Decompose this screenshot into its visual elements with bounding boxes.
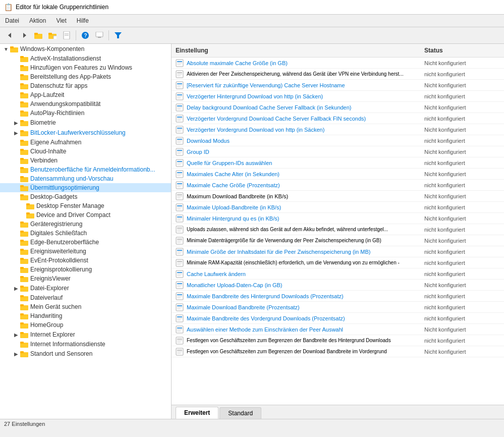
- tree-item-datensammlung[interactable]: Datensammlung und-Vorschau: [0, 174, 171, 183]
- tree-item-ereignis[interactable]: Ereignisweiterleitung: [0, 247, 171, 256]
- root-toggle[interactable]: ▼: [2, 45, 10, 53]
- menu-aktion[interactable]: Aktion: [24, 16, 51, 26]
- folder2-button[interactable]: [46, 29, 59, 41]
- tree-item-geraete[interactable]: Geräteregistrierung: [0, 220, 171, 229]
- row-label-20: Monatlicher Upload-Daten-Cap (in GB): [187, 282, 424, 288]
- col-status-header: Status: [424, 46, 500, 55]
- tree-item-ereignisviewer[interactable]: EreignisViewer: [0, 274, 171, 283]
- list-row-18[interactable]: Minimale RAM-Kapazität (einschließlich) …: [172, 257, 504, 268]
- list-row-6[interactable]: Verzögerter Vordergrund Download von htt…: [172, 124, 504, 135]
- filter-button[interactable]: [112, 29, 124, 41]
- list-row-5[interactable]: Verzögerter Vordergrund Download Cache S…: [172, 113, 504, 124]
- policy-icon-5: [176, 115, 184, 123]
- row-status-0: Nicht konfiguriert: [424, 60, 500, 66]
- folder-icon-dateiverlauf: [20, 294, 28, 301]
- tree-item-desktop-gadgets[interactable]: Desktop-Gadgets: [0, 192, 171, 201]
- toggle-standort[interactable]: ▶: [12, 350, 20, 358]
- back-button[interactable]: [4, 29, 16, 41]
- tree-item-internet-explorer[interactable]: ▶Internet Explorer: [0, 330, 171, 340]
- list-row-3[interactable]: Verzögerter Hintergrund Download von htt…: [172, 91, 504, 102]
- tree-label-dateiverlauf: Dateiverlauf: [30, 294, 63, 301]
- tree-item-autoplay[interactable]: AutoPlay-Richtlinien: [0, 108, 171, 118]
- tree-item-dateiverlauf[interactable]: Dateiverlauf: [0, 293, 171, 302]
- forward-button[interactable]: [18, 29, 30, 41]
- list-row-25[interactable]: Festlegen von Geschäftszeiten zum Begren…: [172, 335, 504, 346]
- list-row-21[interactable]: Maximale Bandbreite des Hintergrund Down…: [172, 291, 504, 302]
- tree-item-cloud[interactable]: Cloud-Inhalte: [0, 147, 171, 156]
- svg-rect-26: [20, 92, 24, 94]
- tree-item-standort[interactable]: ▶Standort und Sensoren: [0, 349, 171, 359]
- tree-item-bitlocker[interactable]: ▶BitLocker-Laufwerkverschlüsselung: [0, 128, 171, 138]
- tree-item-activex[interactable]: ActiveX-Installationsdienst: [0, 54, 171, 63]
- tree-item-anwendung[interactable]: Anwendungskompatibilität: [0, 99, 171, 108]
- tab-erweitert[interactable]: Erweitert: [176, 407, 218, 419]
- folder-button[interactable]: [32, 29, 44, 41]
- tree-item-verbinden[interactable]: Verbinden: [0, 156, 171, 165]
- tree-item-edge-benutzer[interactable]: Edge-Benutzeroberfläche: [0, 238, 171, 247]
- list-row-14[interactable]: Minimaler Hintergrund qu es (in KB/s)Nic…: [172, 213, 504, 224]
- list-row-7[interactable]: Download Modusnicht konfiguriert: [172, 135, 504, 146]
- list-row-24[interactable]: Auswählen einer Methode zum Einschränken…: [172, 324, 504, 335]
- svg-rect-82: [20, 351, 24, 353]
- tree-item-desktop-fenster[interactable]: Desktop Fenster Manage: [0, 201, 171, 210]
- content-rows-container: Absolute maximale Cache Größe (in GB)Nic…: [172, 58, 504, 357]
- tree-item-handwriting[interactable]: Handwriting: [0, 311, 171, 320]
- monitor-button[interactable]: [93, 29, 105, 41]
- toggle-bitlocker[interactable]: ▶: [12, 129, 20, 137]
- tree-root[interactable]: ▼ Windows-Komponenten: [0, 44, 171, 54]
- tree-item-applaufzeit[interactable]: App-Laufzeit: [0, 90, 171, 99]
- svg-rect-36: [20, 140, 24, 142]
- tree-item-homegroup[interactable]: HomeGroup: [0, 320, 171, 330]
- tab-standard[interactable]: Standard: [219, 407, 261, 419]
- tree-item-benutzeroberflaeche[interactable]: Benutzeroberfläche für Anmeldeinformatio…: [0, 165, 171, 174]
- svg-rect-50: [26, 203, 30, 205]
- policy-icon-9: [176, 159, 184, 167]
- list-row-8[interactable]: Group IDNicht konfiguriert: [172, 146, 504, 157]
- content-panel: Einstellung Status Absolute maximale Cac…: [172, 44, 504, 419]
- list-row-17[interactable]: Minimale Größe der Inhaltsdatei für die …: [172, 246, 504, 257]
- tree-item-internet-info[interactable]: Internet Informationsdienste: [0, 340, 171, 349]
- toggle-biometrie[interactable]: ▶: [12, 119, 20, 127]
- folder-icon-device-driver: [26, 211, 34, 219]
- tree-item-ereignisprot[interactable]: Ereignisprotokollierung: [0, 265, 171, 274]
- tree-item-datenschutz[interactable]: Datenschutz für apps: [0, 81, 171, 90]
- list-row-16[interactable]: Minimale Datenträgergröße für die Verwen…: [172, 235, 504, 246]
- doc-button[interactable]: [61, 29, 73, 41]
- list-row-10[interactable]: Maximales Cache Alter (in Sekunden)Nicht…: [172, 169, 504, 180]
- list-row-2[interactable]: [Reserviert für zukünftige Verwendung) C…: [172, 80, 504, 91]
- list-row-23[interactable]: Maximale Bandbreite des Vordergrund Down…: [172, 313, 504, 324]
- menu-hilfe[interactable]: Hilfe: [72, 16, 94, 26]
- list-row-1[interactable]: Aktivieren der Peer Zwischenspeicherung,…: [172, 69, 504, 80]
- toggle-internet-explorer[interactable]: ▶: [12, 331, 20, 339]
- tree-item-biometrie[interactable]: ▶Biometrie: [0, 118, 171, 128]
- list-row-19[interactable]: Cache Laufwerk ändernnicht konfiguriert: [172, 268, 504, 280]
- row-status-15: nicht konfiguriert: [424, 227, 500, 233]
- list-row-4[interactable]: Delay background Download Cache Server F…: [172, 102, 504, 113]
- tree-label-standort: Standort und Sensoren: [30, 350, 92, 357]
- tree-item-apppaket[interactable]: Bereitstellung des App-Pakets: [0, 72, 171, 81]
- menu-viet[interactable]: Viet: [51, 16, 71, 26]
- toggle-dateiexplorer[interactable]: ▶: [12, 284, 20, 292]
- help-button[interactable]: ?: [79, 29, 91, 41]
- row-status-24: Nicht konfiguriert: [424, 326, 500, 333]
- list-row-12[interactable]: Maximum Download Bandbreite (in KB/s)Nic…: [172, 191, 504, 202]
- tree-item-dateiexplorer[interactable]: ▶Datei-Explorer: [0, 283, 171, 293]
- tree-item-device-driver[interactable]: Device and Driver Compact: [0, 210, 171, 220]
- list-row-13[interactable]: Maximale Upload-Bandbreite (in KB/s)nich…: [172, 202, 504, 213]
- tree-item-meingeraet[interactable]: Mein Gerät suchen: [0, 302, 171, 311]
- tree-item-event[interactable]: EvEnt-Protokolldienst: [0, 256, 171, 265]
- tree-item-features[interactable]: Hinzufügen von Features zu Windows: [0, 63, 171, 72]
- list-row-11[interactable]: Maximale Cache Größe (Prozentsatz)nicht …: [172, 180, 504, 191]
- tree-item-digitales[interactable]: Digitales Schließfach: [0, 229, 171, 238]
- list-row-26[interactable]: Festlegen von Geschäftszeiten zum Begren…: [172, 346, 504, 357]
- tree-item-uebermittlung[interactable]: Übermittlungsoptimierung: [0, 183, 171, 192]
- list-row-22[interactable]: Maximale Download Bandbreite (Prozentsat…: [172, 302, 504, 313]
- list-row-15[interactable]: Uploads zulassen, während sich das Gerät…: [172, 224, 504, 235]
- menu-datei[interactable]: Datei: [0, 16, 24, 26]
- list-row-20[interactable]: Monatlicher Upload-Daten-Cap (in GB)Nich…: [172, 280, 504, 291]
- list-row-9[interactable]: Quelle für Gruppen-IDs auswählennicht ko…: [172, 157, 504, 169]
- list-row-0[interactable]: Absolute maximale Cache Größe (in GB)Nic…: [172, 58, 504, 69]
- tree-item-aufnahmen[interactable]: Eigene Aufnahmen: [0, 138, 171, 147]
- svg-rect-22: [20, 74, 24, 76]
- folder-icon-desktop-gadgets: [20, 193, 28, 200]
